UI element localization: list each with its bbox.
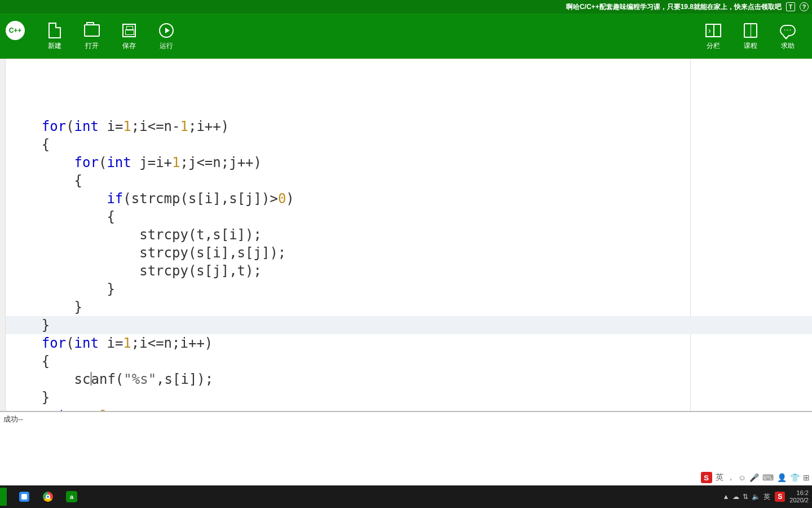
editor-gutter (0, 59, 6, 411)
tray-item[interactable]: ☁ (732, 493, 739, 501)
help-label: 求助 (781, 41, 795, 51)
chat-help-icon (779, 22, 796, 39)
new-button[interactable]: 新建 (36, 20, 73, 53)
course-button[interactable]: 课程 (732, 20, 769, 53)
help-button[interactable]: 求助 (769, 20, 806, 53)
new-label: 新建 (48, 41, 61, 51)
help-icon[interactable]: ? (800, 2, 809, 11)
save-label: 保存 (122, 41, 136, 51)
split-label: 分栏 (707, 41, 720, 51)
windows-taskbar[interactable]: a ▲☁⇅🔈英 S 16:2 2020/2 (0, 485, 812, 508)
main-toolbar: C++ 新建 打开 保存 运行 分栏 课程 求助 (0, 14, 812, 59)
ime-lang[interactable]: 英 (716, 472, 723, 483)
new-file-icon (46, 22, 63, 39)
tray-sogou-icon[interactable]: S (775, 492, 785, 502)
code-area[interactable]: for(int i=1;i<=n-1;i++) { for(int j=i+1;… (6, 59, 812, 411)
app-logo: C++ (6, 21, 25, 40)
output-panel: 成功-- (0, 411, 812, 485)
split-pane-icon (705, 22, 722, 39)
ime-smile-icon[interactable]: ☺ (738, 473, 746, 482)
tray-item[interactable]: ⇅ (743, 493, 748, 501)
save-disk-icon (121, 22, 138, 39)
tray-time: 16:2 (789, 489, 809, 497)
start-button[interactable] (0, 488, 7, 506)
code-editor[interactable]: for(int i=1;i<=n-1;i++) { for(int j=i+1;… (0, 59, 812, 411)
tray-item[interactable]: 英 (764, 492, 770, 502)
open-button[interactable]: 打开 (73, 20, 111, 53)
ime-grid-icon[interactable]: ⊞ (803, 473, 810, 482)
promo-text[interactable]: 啊哈C/C++配套趣味编程学习课，只要19.8就能在家上，快来点击领取吧 (566, 2, 782, 12)
open-label: 打开 (85, 41, 99, 51)
tray-item[interactable]: ▲ (722, 493, 729, 501)
course-label: 课程 (744, 41, 757, 51)
run-play-icon (158, 22, 175, 39)
chrome-icon (43, 492, 53, 502)
zoom-icon (19, 492, 29, 502)
taskbar-chrome[interactable] (36, 485, 60, 508)
split-button[interactable]: 分栏 (695, 20, 732, 53)
ime-shirt-icon[interactable]: 👕 (790, 473, 800, 482)
tray-date: 2020/2 (789, 497, 809, 504)
taskbar-zoom[interactable] (12, 485, 36, 508)
toolbar-right-group: 分栏 课程 求助 (695, 20, 806, 53)
output-text: 成功-- (3, 415, 23, 423)
app-icon: a (66, 491, 77, 502)
ime-toolbar[interactable]: S 英 ， ☺ 🎤 ⌨ 👤 👕 ⊞ (701, 471, 810, 484)
sogou-icon[interactable]: S (701, 472, 712, 483)
toolbar-left-group: 新建 打开 保存 运行 (36, 20, 185, 53)
save-button[interactable]: 保存 (111, 20, 148, 53)
run-label: 运行 (160, 41, 173, 51)
promo-banner: 啊哈C/C++配套趣味编程学习课，只要19.8就能在家上，快来点击领取吧 T ? (0, 0, 812, 14)
ime-keyboard-icon[interactable]: ⌨ (762, 473, 774, 482)
ime-voice-icon[interactable]: 🎤 (749, 473, 759, 482)
tray-clock[interactable]: 16:2 2020/2 (789, 489, 809, 504)
system-tray[interactable]: ▲☁⇅🔈英 S 16:2 2020/2 (722, 485, 812, 508)
ime-person-icon[interactable]: 👤 (777, 473, 787, 482)
ime-comma[interactable]: ， (727, 472, 735, 483)
tshirt-icon[interactable]: T (786, 2, 795, 11)
tray-item[interactable]: 🔈 (752, 493, 760, 501)
book-icon (742, 22, 759, 39)
taskbar-app[interactable]: a (60, 485, 83, 508)
open-folder-icon (83, 22, 100, 39)
run-button[interactable]: 运行 (148, 20, 185, 53)
